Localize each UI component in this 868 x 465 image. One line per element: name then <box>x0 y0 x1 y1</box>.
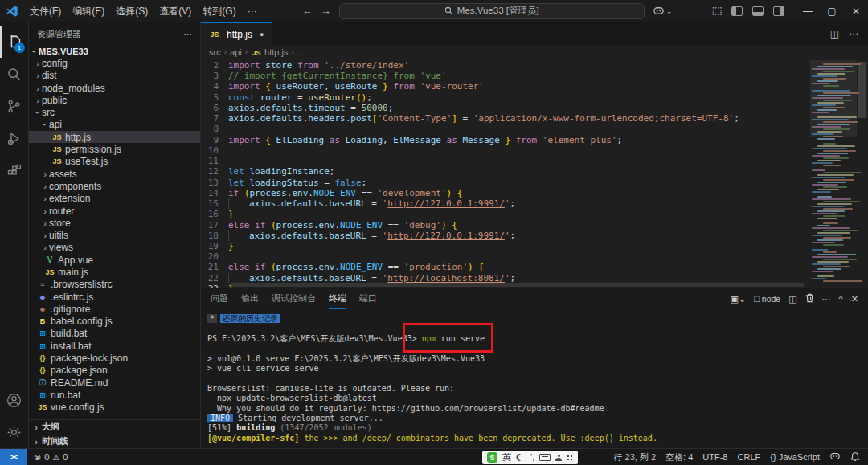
panel-tab-0[interactable]: 问题 <box>211 288 228 309</box>
horizontal-scrollbar[interactable] <box>230 283 804 287</box>
tree-item-public[interactable]: ›public <box>29 94 200 106</box>
breadcrumb-item-3[interactable]: … <box>297 47 306 57</box>
panel-tab-1[interactable]: 输出 <box>241 288 259 309</box>
person-icon[interactable] <box>555 455 562 461</box>
panel-more-icon[interactable]: ⋯ <box>822 294 831 304</box>
panel-tab-4[interactable]: 端口 <box>359 288 377 309</box>
ime-toolbar[interactable]: S 英 ’, <box>482 451 578 464</box>
tree-item-config[interactable]: ›config <box>29 57 200 69</box>
search-view-icon[interactable] <box>0 58 29 90</box>
tree-item-dist[interactable]: ›dist <box>29 70 200 82</box>
toggle-primary-sidebar-icon[interactable] <box>731 6 743 16</box>
tree-item-usetest-js[interactable]: JSuseTest.js <box>29 156 200 168</box>
tree-item-views[interactable]: ›views <box>29 242 200 254</box>
nav-forward-icon[interactable]: → <box>321 5 331 17</box>
account-icon[interactable] <box>0 384 29 416</box>
tree-item-src[interactable]: ›src <box>29 106 200 118</box>
status-item-3[interactable]: CRLF <box>738 452 761 462</box>
tree-item-assets[interactable]: ›assets <box>29 168 200 180</box>
copilot-status-icon[interactable] <box>829 451 841 463</box>
tree-item-uitils[interactable]: ›uitils <box>29 229 200 241</box>
extensions-icon[interactable] <box>0 154 29 186</box>
tree-item-store[interactable]: ›store <box>29 217 200 229</box>
tree-item-components[interactable]: ›components <box>29 180 200 192</box>
tree-item-app-vue[interactable]: VApp.vue <box>29 254 200 266</box>
tab-http-js[interactable]: JS http.js ● <box>201 22 272 45</box>
ime-logo-icon[interactable]: S <box>487 452 497 463</box>
status-item-1[interactable]: 空格: 4 <box>665 451 693 463</box>
command-center-search[interactable]: Mes.Vue33 [管理员] <box>339 3 645 19</box>
breadcrumb-item-1[interactable]: api <box>230 47 242 57</box>
status-item-2[interactable]: UTF-8 <box>702 452 727 462</box>
editor-more-icon[interactable]: ⋯ <box>849 28 858 39</box>
maximize-button[interactable]: ▢ <box>820 0 844 22</box>
menu-item-3[interactable]: 查看(V) <box>154 6 197 17</box>
tree-item--browserslistrc[interactable]: ≡.browserslistrc <box>29 279 200 291</box>
new-terminal-icon[interactable]: ▣⌄ <box>731 294 747 304</box>
close-panel-icon[interactable]: ✕ <box>851 294 858 304</box>
tree-item-babel-config-js[interactable]: Bbabel.config.js <box>29 316 200 328</box>
menu-item-5[interactable]: ··· <box>242 6 263 17</box>
toggle-secondary-sidebar-icon[interactable] <box>773 6 784 16</box>
copilot-menu[interactable]: ⌄ <box>653 5 673 17</box>
breadcrumb-item-0[interactable]: src <box>209 47 221 57</box>
tree-item-router[interactable]: ›router <box>29 205 200 217</box>
tree-root[interactable]: ›MES.VUE33 <box>29 45 200 57</box>
timeline-section[interactable]: › 时间线 <box>29 434 200 448</box>
split-editor-icon[interactable]: ◫ <box>830 28 839 39</box>
tree-item-run-bat[interactable]: ⊞run.bat <box>29 389 200 401</box>
vertical-scrollbar[interactable] <box>857 59 868 288</box>
menu-item-0[interactable]: 文件(F) <box>24 6 67 17</box>
close-button[interactable]: ✕ <box>844 0 868 22</box>
outline-section[interactable]: › 大纲 <box>29 419 200 434</box>
split-terminal-icon[interactable]: ◫ <box>788 294 796 304</box>
remote-indicator[interactable]: >< <box>0 449 27 465</box>
source-control-icon[interactable] <box>0 90 29 122</box>
ime-language[interactable]: 英 <box>502 451 511 463</box>
tree-item-readme-md[interactable]: ⓘREADME.md <box>29 377 200 389</box>
nav-back-icon[interactable]: ← <box>302 5 313 17</box>
customize-layout-icon[interactable]: ⣏⣹ <box>711 6 722 15</box>
notifications-bell-icon[interactable] <box>850 451 860 463</box>
sidebar-more-icon[interactable]: ··· <box>183 29 192 39</box>
tree-item-vue-config-js[interactable]: JSvue.config.js <box>29 402 200 414</box>
minimize-button[interactable]: — <box>796 0 820 22</box>
tree-item-api[interactable]: ›api <box>29 119 200 131</box>
warnings-count[interactable]: 0 <box>63 452 68 462</box>
toggle-panel-icon[interactable] <box>752 6 764 16</box>
menu-item-2[interactable]: 选择(S) <box>110 6 154 17</box>
menu-item-1[interactable]: 编辑(E) <box>67 6 110 17</box>
run-debug-icon[interactable] <box>0 122 29 154</box>
tree-item-node-modules[interactable]: ›node_modules <box>29 82 200 94</box>
errors-count[interactable]: 0 <box>44 452 49 462</box>
breadcrumb-item-2[interactable]: JShttp.js <box>251 47 288 57</box>
tree-item-build-bat[interactable]: ⊞build.bat <box>29 328 200 340</box>
tree-item-main-js[interactable]: JSmain.js <box>29 266 200 278</box>
tree-item-extension[interactable]: ›extension <box>29 193 200 205</box>
terminal[interactable]: *还原的历史记录PS F:\2025.3.2\客户\MES\开发版dev3\Me… <box>201 309 868 448</box>
menu-item-4[interactable]: 转到(G) <box>197 6 241 17</box>
status-item-4[interactable]: {} JavaScript <box>770 452 820 462</box>
panel-tab-3[interactable]: 终端 <box>329 288 346 309</box>
errors-icon[interactable]: ⊗ <box>34 452 41 463</box>
code-editor[interactable]: 2import store from '../store/index'3// i… <box>201 59 868 288</box>
panel-tab-2[interactable]: 调试控制台 <box>272 288 316 309</box>
explorer-icon[interactable]: 1 <box>0 26 29 58</box>
more-tools-icon[interactable] <box>567 455 573 461</box>
kill-terminal-icon[interactable] <box>805 293 814 304</box>
terminal-instance[interactable]: □ node <box>754 294 780 304</box>
tree-item-package-json[interactable]: {}package.json <box>29 365 200 377</box>
tree-item--eslintrc-js[interactable]: ◆.eslintrc.js <box>29 291 200 303</box>
warnings-icon[interactable]: ⚠ <box>52 453 59 462</box>
keyboard-icon[interactable] <box>539 454 551 461</box>
status-item-0[interactable]: 行 23, 列 2 <box>614 451 657 463</box>
tree-item-permission-js[interactable]: JSpermission.js <box>29 143 200 155</box>
tree-item-http-js[interactable]: JShttp.js <box>29 131 200 143</box>
ime-punct[interactable]: ’, <box>530 453 534 462</box>
moon-icon[interactable] <box>518 454 526 461</box>
tree-item-package-lock-json[interactable]: {}package-lock.json <box>29 352 200 364</box>
tree-item--gitignore[interactable]: ◈.gitignore <box>29 303 200 315</box>
maximize-panel-icon[interactable]: ^ <box>839 294 843 304</box>
minimap[interactable] <box>810 59 857 288</box>
tree-item-install-bat[interactable]: ⊞install.bat <box>29 340 200 352</box>
